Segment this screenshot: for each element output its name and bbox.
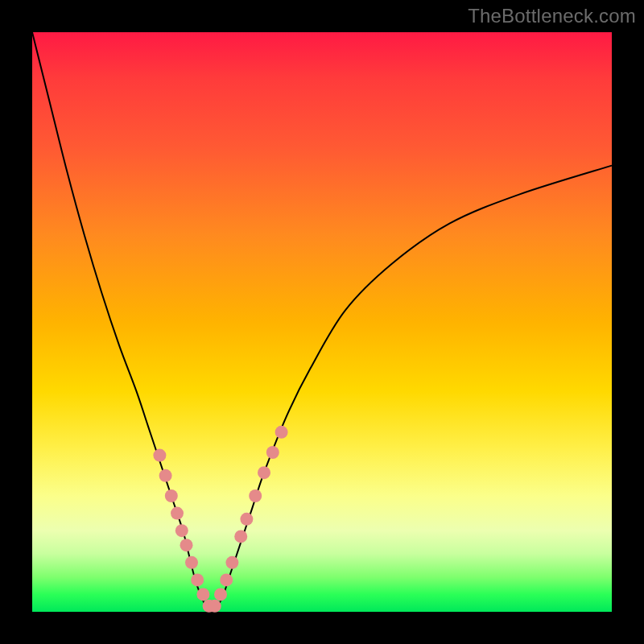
highlight-dot: [240, 513, 253, 526]
highlight-dot: [234, 530, 247, 543]
highlight-dot: [220, 573, 233, 586]
highlight-dot: [185, 556, 198, 569]
highlight-dot: [266, 446, 279, 459]
highlight-dot: [175, 524, 188, 537]
highlight-dot: [275, 426, 288, 439]
plot-area: [32, 32, 612, 612]
highlight-dot: [159, 469, 172, 482]
bottleneck-curve: [32, 32, 612, 612]
highlight-dots: [153, 426, 287, 613]
highlight-dot: [191, 573, 204, 586]
highlight-dot: [196, 588, 209, 601]
highlight-dot: [258, 466, 270, 479]
curve-svg: [32, 32, 612, 612]
chart-frame: TheBottleneck.com: [0, 0, 644, 644]
watermark-text: TheBottleneck.com: [468, 5, 636, 27]
highlight-dot: [171, 507, 184, 520]
highlight-dot: [249, 489, 262, 502]
highlight-dot: [225, 556, 238, 569]
highlight-dot: [165, 489, 178, 502]
highlight-dot: [208, 600, 221, 613]
highlight-dot: [180, 539, 193, 551]
highlight-dot: [153, 449, 166, 462]
highlight-dot: [214, 588, 227, 601]
